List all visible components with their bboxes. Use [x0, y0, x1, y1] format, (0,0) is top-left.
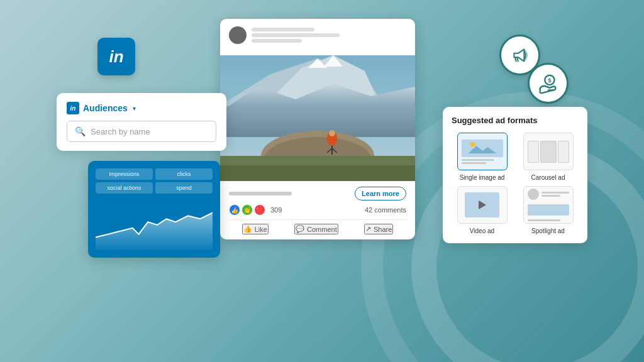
name-line-3	[252, 39, 302, 43]
svg-rect-15	[465, 140, 499, 157]
linkedin-icon-small: in	[67, 102, 79, 114]
share-button[interactable]: ↗ Share	[364, 224, 393, 234]
comments-count: 42 comments	[365, 206, 406, 214]
carousel-card-main	[540, 141, 557, 163]
ad-formats-grid: Single image ad Carousel ad	[452, 133, 579, 234]
ad-format-spotlight[interactable]: Spotlight ad	[518, 186, 579, 234]
audiences-panel: in Audiences ▾ 🔍 Search by name	[57, 93, 226, 151]
ad-formats-panel: Suggested ad formats	[443, 107, 587, 243]
stats-panel: impressions clicks social actions spend	[88, 161, 220, 258]
clap-emoji: 👏	[242, 204, 253, 216]
post-image	[220, 55, 415, 181]
ad-format-single-image[interactable]: Single image ad	[452, 133, 513, 181]
play-icon	[479, 200, 486, 209]
search-box[interactable]: 🔍 Search by name	[67, 121, 216, 142]
comment-button[interactable]: 💬 Comment	[294, 224, 338, 234]
learn-more-button[interactable]: Learn more	[355, 187, 406, 200]
carousel-label: Carousel ad	[531, 174, 565, 181]
audiences-title: Audiences	[83, 103, 128, 113]
linkedin-logo-text: in	[109, 47, 123, 67]
carousel-icon	[523, 133, 574, 170]
stat-clicks: clicks	[155, 168, 213, 180]
svg-point-12	[329, 130, 335, 136]
name-line-1	[252, 28, 314, 31]
heart-emoji: ❤️	[254, 204, 265, 216]
post-header	[220, 19, 415, 55]
post-avatar	[229, 26, 247, 44]
money-circle: $	[528, 63, 569, 104]
stat-spend: spend	[155, 182, 213, 194]
ad-format-carousel[interactable]: Carousel ad	[518, 133, 579, 181]
stat-social-actions: social actions	[96, 182, 153, 194]
learn-more-row: Learn more	[229, 187, 406, 200]
like-button[interactable]: 👍 Like	[242, 224, 269, 234]
stat-impressions: impressions	[96, 168, 153, 180]
search-icon: 🔍	[75, 126, 86, 136]
single-image-icon	[457, 133, 508, 170]
audiences-header: in Audiences ▾	[67, 102, 216, 114]
share-label: Share	[374, 226, 392, 233]
single-image-preview	[462, 140, 503, 157]
linkedin-logo: in	[97, 38, 135, 75]
megaphone-icon	[510, 45, 530, 65]
share-icon: ↗	[365, 225, 371, 233]
thumbs-up-emoji: 👍	[229, 204, 240, 216]
ad-formats-title: Suggested ad formats	[452, 116, 579, 125]
money-hand-icon: $	[536, 72, 560, 96]
video-bg	[465, 192, 499, 217]
comment-label: Comment	[307, 226, 337, 233]
spotlight-label: Spotlight ad	[531, 228, 565, 234]
reaction-emojis: 👍 👏 ❤️	[229, 204, 265, 216]
video-icon	[457, 186, 508, 224]
single-image-label: Single image ad	[460, 174, 505, 181]
spotlight-icon	[523, 186, 574, 224]
comment-icon: 💬	[296, 225, 304, 233]
svg-point-17	[470, 142, 475, 147]
ad-format-video[interactable]: Video ad	[452, 186, 513, 234]
search-placeholder: Search by name	[91, 127, 150, 136]
like-icon: 👍	[243, 225, 252, 233]
spotlight-avatar	[528, 189, 539, 200]
stats-grid: impressions clicks social actions spend	[96, 168, 213, 194]
mountain-svg	[220, 55, 415, 181]
post-card: Learn more 👍 👏 ❤️ 309 42 comments 👍 Like…	[220, 19, 415, 239]
name-line-2	[252, 33, 340, 37]
carousel-card-2	[558, 141, 569, 163]
action-row: 👍 Like 💬 Comment ↗ Share	[229, 224, 406, 234]
chart-area	[96, 200, 213, 250]
like-label: Like	[255, 226, 267, 233]
progress-bar	[229, 192, 292, 195]
reactions-row: 👍 👏 ❤️ 309 42 comments	[229, 204, 406, 220]
post-name-lines	[252, 28, 340, 43]
line-chart	[96, 200, 213, 250]
video-label: Video ad	[470, 228, 494, 234]
post-avatar-row	[229, 26, 406, 44]
svg-rect-14	[220, 165, 415, 181]
carousel-card-1	[528, 141, 539, 163]
post-footer: Learn more 👍 👏 ❤️ 309 42 comments 👍 Like…	[220, 181, 415, 239]
svg-text:$: $	[548, 77, 552, 84]
reactions-count: 309	[270, 206, 282, 214]
audiences-chevron-icon[interactable]: ▾	[133, 105, 136, 112]
